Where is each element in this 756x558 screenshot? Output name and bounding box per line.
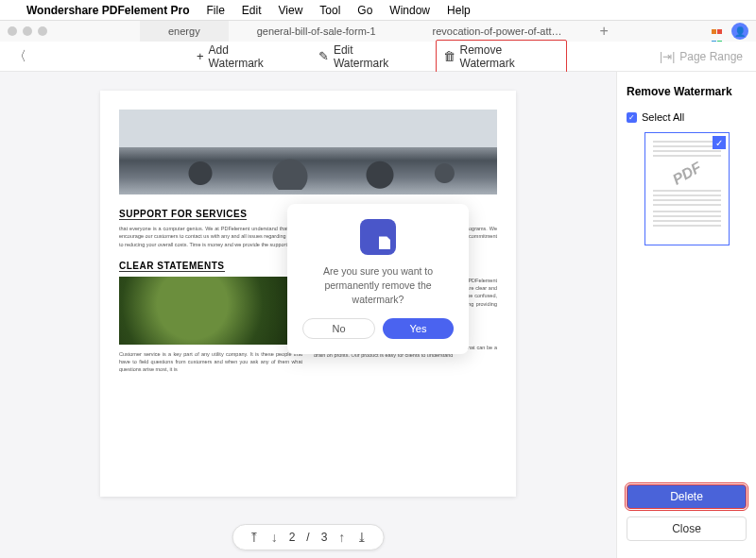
thumb-lines [653, 211, 721, 228]
dialog-no-button[interactable]: No [302, 318, 375, 339]
current-page[interactable]: 2 [289, 531, 296, 544]
add-tab-button[interactable]: + [591, 23, 618, 40]
menu-go[interactable]: Go [357, 4, 372, 17]
button-label: No [332, 323, 345, 334]
button-label: Add Watermark [209, 43, 286, 70]
delete-button[interactable]: Delete [627, 484, 747, 509]
total-pages: 3 [321, 531, 328, 544]
edit-watermark-button[interactable]: ✎ Edit Watermark [311, 40, 419, 74]
last-page-button[interactable]: ⤓ [356, 530, 368, 545]
window-minimize-icon[interactable] [23, 26, 32, 36]
confirm-dialog: Are you sure you want to permanently rem… [287, 204, 469, 353]
pencil-icon: ✎ [318, 49, 329, 63]
dialog-message: Are you sure you want to permanently rem… [302, 264, 454, 306]
page-range-button[interactable]: |⇥| Page Range [660, 50, 743, 63]
check-icon: ✓ [713, 136, 726, 149]
menu-tool[interactable]: Tool [319, 4, 340, 17]
button-label: Delete [670, 490, 703, 503]
close-button[interactable]: Close [627, 516, 747, 541]
next-page-button[interactable]: ↑ [338, 530, 345, 545]
menu-file[interactable]: File [207, 4, 225, 17]
select-all-checkbox[interactable]: ✓ Select All [627, 111, 747, 123]
watermark-toolbar: 〈 + Add Watermark ✎ Edit Watermark 🗑 Rem… [0, 42, 756, 72]
section-heading: CLEAR STATEMENTS [119, 261, 225, 272]
checkbox-icon: ✓ [627, 112, 637, 123]
window-zoom-icon[interactable] [38, 26, 47, 36]
button-label: Close [672, 522, 701, 535]
remove-watermark-button[interactable]: 🗑 Remove Watermark [436, 40, 567, 74]
add-watermark-button[interactable]: + Add Watermark [189, 40, 294, 74]
back-button[interactable]: 〈 [13, 48, 26, 65]
menu-view[interactable]: View [279, 4, 303, 17]
tab-label: general-bill-of-sale-form-1 [257, 25, 376, 37]
button-label: Edit Watermark [334, 43, 411, 70]
panel-title: Remove Watermark [627, 85, 747, 98]
macos-menubar: Wondershare PDFelement Pro File Edit Vie… [0, 0, 756, 21]
page-separator: / [306, 531, 309, 544]
button-label: Page Range [679, 50, 743, 63]
section-heading: SUPPORT FOR SERVICES [119, 209, 247, 220]
dialog-yes-button[interactable]: Yes [383, 318, 454, 339]
button-label: Remove Watermark [460, 43, 559, 70]
first-page-button[interactable]: ⤒ [249, 530, 260, 545]
page-navigator: ⤒ ↓ 2 / 3 ↑ ⤓ [232, 524, 385, 550]
menu-edit[interactable]: Edit [242, 4, 262, 17]
aerial-image [119, 277, 302, 345]
user-avatar[interactable]: 👤 [731, 23, 748, 40]
watermark-thumbnail[interactable]: ✓ PDF [644, 132, 730, 245]
body-paragraph: Customer service is a key part of any ut… [119, 350, 302, 374]
hero-image [119, 110, 497, 194]
trash-icon: 🗑 [443, 49, 455, 63]
prev-page-button[interactable]: ↓ [271, 530, 278, 545]
tab-label: revocation-of-power-of-att… [433, 25, 562, 37]
select-all-label: Select All [642, 111, 684, 123]
window-controls [8, 26, 47, 36]
tab-label: energy [168, 25, 200, 37]
app-logo-icon [360, 219, 396, 255]
remove-watermark-panel: Remove Watermark ✓ Select All ✓ PDF Dele… [616, 72, 756, 558]
button-label: Yes [410, 323, 427, 334]
menu-window[interactable]: Window [389, 4, 430, 17]
menu-help[interactable]: Help [447, 4, 471, 17]
plus-icon: + [197, 49, 204, 63]
app-name[interactable]: Wondershare PDFelement Pro [26, 4, 190, 17]
window-close-icon[interactable] [8, 26, 17, 36]
page-range-icon: |⇥| [660, 50, 675, 63]
apps-grid-icon[interactable] [711, 25, 724, 38]
